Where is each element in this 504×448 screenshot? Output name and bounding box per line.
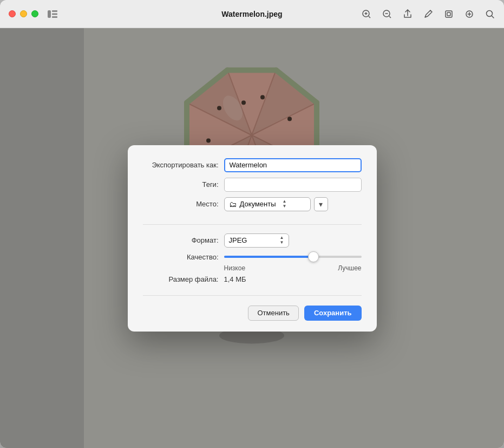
chevron-down-icon: ▼	[283, 204, 287, 209]
slider-track	[224, 256, 362, 258]
maximize-button[interactable]	[31, 10, 38, 17]
edit-icon[interactable]	[464, 9, 475, 20]
quality-label: Качество:	[143, 253, 224, 261]
filesize-row: Размер файла: 1,4 МБ	[143, 275, 362, 283]
close-button[interactable]	[9, 10, 16, 17]
svg-line-7	[369, 16, 370, 18]
location-select-wrapper: 🗂 Документы ▲ ▼ ▾	[224, 197, 328, 211]
svg-rect-11	[446, 11, 452, 17]
rotate-icon[interactable]	[443, 9, 454, 20]
save-button[interactable]: Сохранить	[304, 306, 362, 321]
filesize-label: Размер файла:	[143, 275, 224, 283]
export-form: Экспортировать как: Теги: Место: 🗂	[143, 158, 362, 321]
location-expand-button[interactable]: ▾	[314, 197, 328, 211]
tags-row: Теги:	[143, 178, 362, 192]
format-row: Формат: JPEG ▲ ▼	[143, 233, 362, 248]
svg-line-10	[389, 16, 391, 18]
sidebar-toggle-button[interactable]	[45, 9, 60, 20]
svg-rect-2	[52, 13, 57, 15]
titlebar-actions	[361, 9, 495, 20]
quality-best-label: Лучшее	[338, 264, 361, 272]
chevron-up-icon: ▲	[280, 236, 284, 240]
content-area: Экспортировать как: Теги: Место: 🗂	[0, 28, 504, 448]
location-steppers: ▲ ▼	[283, 199, 287, 209]
app-window: Watermelon.jpeg	[0, 0, 504, 448]
divider-2	[143, 295, 362, 296]
tags-input[interactable]	[224, 178, 362, 192]
chevron-up-icon: ▲	[283, 199, 287, 204]
share-icon[interactable]	[402, 9, 413, 20]
window-title: Watermelon.jpeg	[221, 10, 282, 18]
location-dropdown[interactable]: 🗂 Документы ▲ ▼	[224, 197, 311, 211]
format-value: JPEG	[229, 236, 247, 244]
zoom-in-icon[interactable]	[361, 9, 372, 20]
quality-low-label: Низкое	[224, 264, 246, 272]
format-dropdown[interactable]: JPEG ▲ ▼	[224, 233, 289, 248]
export-modal: Экспортировать как: Теги: Место: 🗂	[128, 145, 377, 332]
zoom-out-icon[interactable]	[382, 9, 392, 20]
quality-row: Качество:	[143, 253, 362, 261]
export-name-row: Экспортировать как:	[143, 158, 362, 172]
quality-slider-container	[224, 256, 362, 258]
titlebar: Watermelon.jpeg	[0, 0, 504, 28]
divider-1	[143, 224, 362, 225]
cancel-button[interactable]: Отменить	[248, 306, 298, 321]
location-label: Место:	[143, 200, 224, 208]
export-label: Экспортировать как:	[143, 161, 224, 169]
quality-labels: Низкое Лучшее	[224, 264, 362, 272]
traffic-lights	[9, 10, 38, 17]
tags-label: Теги:	[143, 180, 224, 189]
svg-line-15	[492, 16, 494, 18]
slider-fill	[224, 256, 313, 258]
folder-icon: 🗂	[229, 200, 237, 209]
svg-rect-1	[52, 10, 57, 12]
format-steppers: ▲ ▼	[280, 236, 284, 245]
export-name-input[interactable]	[224, 158, 362, 172]
chevron-down-icon: ▼	[280, 241, 284, 245]
modal-buttons: Отменить Сохранить	[143, 306, 362, 321]
modal-overlay: Экспортировать как: Теги: Место: 🗂	[0, 28, 504, 448]
quality-slider-thumb[interactable]	[308, 251, 319, 262]
svg-rect-12	[447, 12, 450, 16]
location-row: Место: 🗂 Документы ▲ ▼	[143, 197, 362, 211]
annotate-icon[interactable]	[423, 9, 434, 20]
chevron-down-icon: ▾	[319, 200, 323, 209]
minimize-button[interactable]	[20, 10, 27, 17]
search-icon[interactable]	[485, 9, 495, 20]
location-value: Документы	[240, 200, 276, 208]
svg-point-14	[487, 10, 493, 16]
filesize-value: 1,4 МБ	[224, 275, 246, 283]
svg-rect-3	[52, 16, 57, 18]
quality-labels-row: Низкое Лучшее	[143, 264, 362, 272]
svg-rect-0	[48, 10, 51, 18]
format-label: Формат:	[143, 236, 224, 244]
